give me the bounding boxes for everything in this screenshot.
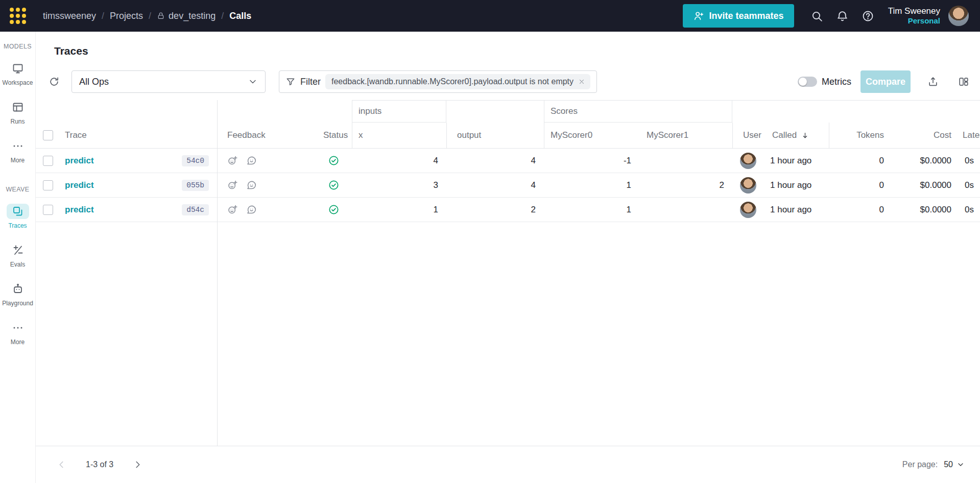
sidebar-item-label: Evals: [10, 261, 25, 268]
cell-output: 2: [446, 198, 544, 222]
overflow-dots-icon: [7, 138, 29, 154]
compare-button[interactable]: Compare: [861, 70, 911, 93]
overflow-dots-icon: [7, 320, 29, 335]
row-checkbox[interactable]: [43, 180, 53, 190]
cell-cost: $0.0000: [890, 173, 958, 197]
next-page-icon[interactable]: [131, 457, 145, 472]
breadcrumb-projects[interactable]: Projects: [110, 11, 143, 21]
column-header-row: Trace Feedback Status x output MyScorer0…: [36, 123, 980, 149]
metrics-toggle-label: Metrics: [822, 77, 851, 87]
row-checkbox[interactable]: [43, 205, 53, 215]
sort-desc-arrow-icon: [801, 131, 809, 140]
evals-icon: [7, 243, 29, 258]
invite-teammates-button[interactable]: Invite teammates: [683, 4, 794, 28]
sidebar-item-label: More: [11, 339, 25, 346]
sidebar-item-evals[interactable]: Evals: [0, 236, 35, 275]
trace-id-badge: d54c: [182, 204, 209, 215]
breadcrumb-project-label: dev_testing: [169, 11, 216, 21]
sidebar-item-workspace[interactable]: Workspace: [0, 54, 35, 93]
column-header-trace[interactable]: Trace: [60, 123, 217, 148]
table-row[interactable]: predict d54c 1 2 1 1 hour ago 0 $0.0000: [36, 198, 980, 222]
help-icon[interactable]: [858, 6, 878, 26]
add-reaction-icon[interactable]: [227, 204, 238, 215]
filter-funnel-icon: [285, 77, 296, 87]
column-header-cost[interactable]: Cost: [890, 123, 958, 148]
trace-link[interactable]: predict: [65, 180, 94, 190]
cell-x: 1: [352, 198, 446, 222]
row-checkbox[interactable]: [43, 156, 53, 166]
table-row[interactable]: predict 055b 3 4 1 2 1 hour ago 0 $0.000…: [36, 173, 980, 198]
cell-myscorer1: [639, 198, 732, 222]
sidebar-item-playground[interactable]: Playground: [0, 275, 35, 313]
column-header-myscorer0[interactable]: MyScorer0: [544, 123, 639, 148]
breadcrumb-calls[interactable]: Calls: [229, 11, 251, 21]
top-navbar: timssweeney / Projects / dev_testing / C…: [0, 0, 980, 32]
column-header-called[interactable]: Called: [764, 123, 829, 148]
comment-icon[interactable]: [246, 204, 257, 215]
add-reaction-icon[interactable]: [227, 180, 238, 190]
refresh-button[interactable]: [43, 70, 65, 93]
invite-teammates-label: Invite teammates: [709, 11, 784, 21]
cell-cost: $0.0000: [890, 198, 958, 222]
comment-icon[interactable]: [246, 180, 257, 190]
cell-called: 1 hour ago: [764, 198, 829, 222]
column-header-x[interactable]: x: [352, 123, 446, 148]
breadcrumb-project[interactable]: dev_testing: [157, 11, 216, 21]
sidebar-item-label: Playground: [2, 300, 33, 307]
metrics-toggle-knob: [799, 78, 807, 86]
breadcrumb-separator: /: [149, 11, 151, 21]
lock-icon: [157, 12, 165, 20]
user-menu[interactable]: Tim Sweeney Personal: [888, 6, 940, 26]
user-avatar[interactable]: [948, 6, 969, 26]
filter-chip[interactable]: feedback.[wandb.runnable.MyScorer0].payl…: [325, 74, 590, 89]
sidebar-item-runs[interactable]: Runs: [0, 93, 35, 132]
export-icon[interactable]: [922, 70, 944, 93]
notifications-bell-icon[interactable]: [833, 6, 852, 26]
sidebar-item-more-models[interactable]: More: [0, 132, 35, 171]
trace-link[interactable]: predict: [65, 205, 94, 215]
trace-link[interactable]: predict: [65, 156, 94, 166]
search-icon[interactable]: [807, 6, 827, 26]
column-manager-icon[interactable]: [952, 70, 975, 93]
add-reaction-icon[interactable]: [227, 155, 238, 166]
cell-called: 1 hour ago: [764, 149, 829, 173]
previous-page-icon[interactable]: [54, 457, 68, 472]
table-row[interactable]: predict 54c0 4 4 -1 1 hour ago 0 $0.0000: [36, 149, 980, 173]
sidebar-item-more-weave[interactable]: More: [0, 313, 35, 352]
wandb-logo[interactable]: [0, 0, 36, 32]
column-header-output[interactable]: output: [446, 123, 544, 148]
wandb-logo-dots: [10, 8, 26, 24]
filter-bar[interactable]: Filter feedback.[wandb.runnable.MyScorer…: [279, 70, 597, 93]
comment-icon[interactable]: [246, 155, 257, 166]
page-range-label: 1-3 of 3: [86, 460, 113, 469]
per-page-select[interactable]: 50: [944, 460, 965, 469]
filter-label: Filter: [300, 77, 321, 87]
cell-tokens: 0: [829, 173, 890, 197]
cell-x: 4: [352, 149, 446, 173]
sidebar-item-traces[interactable]: Traces: [0, 197, 35, 236]
select-all-checkbox[interactable]: [43, 130, 53, 140]
cell-myscorer0: -1: [544, 149, 639, 173]
status-success-icon: [328, 179, 340, 191]
page-title: Traces: [54, 45, 88, 57]
column-header-myscorer1[interactable]: MyScorer1: [639, 123, 732, 148]
workspace-icon: [7, 61, 29, 76]
sidebar-item-label: More: [11, 157, 25, 164]
column-header-tokens[interactable]: Tokens: [829, 123, 890, 148]
cell-output: 4: [446, 149, 544, 173]
group-header-inputs: inputs: [352, 100, 446, 123]
cell-x: 3: [352, 173, 446, 197]
breadcrumb-entity[interactable]: timssweeney: [43, 11, 96, 21]
column-header-feedback[interactable]: Feedback: [217, 123, 316, 148]
cell-myscorer0: 1: [544, 198, 639, 222]
filter-chip-remove-icon[interactable]: [578, 78, 585, 85]
op-filter-select[interactable]: All Ops: [71, 70, 266, 93]
column-header-user[interactable]: User: [732, 123, 764, 148]
user-workspace: Personal: [888, 16, 940, 26]
column-header-latency[interactable]: Latency: [958, 123, 980, 148]
metrics-toggle[interactable]: [798, 77, 817, 87]
cell-tokens: 0: [829, 198, 890, 222]
column-header-status[interactable]: Status: [316, 123, 352, 148]
traces-icon: [7, 204, 29, 219]
op-filter-value: All Ops: [79, 77, 109, 87]
